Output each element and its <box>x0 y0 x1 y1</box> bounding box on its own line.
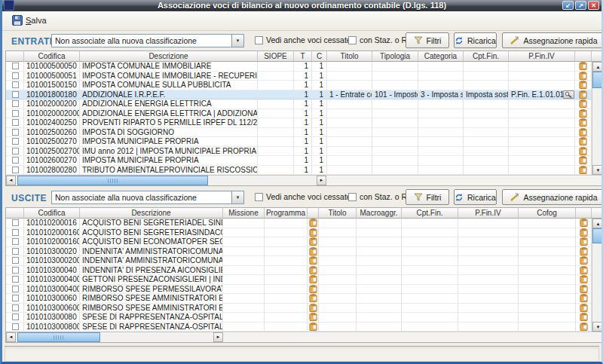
detail-folder-icon[interactable] <box>580 228 588 237</box>
uscite-horizontal-scrollbar[interactable]: ◄ ► <box>6 332 603 342</box>
column-header-pfiniv[interactable]: P.Fin.IV <box>458 208 519 219</box>
uscite-filtri-button[interactable]: Filtri <box>406 189 449 205</box>
column-header-pfiniv[interactable]: P.Fin.IV <box>509 51 575 62</box>
row-checkbox[interactable] <box>12 248 19 255</box>
detail-folder-icon[interactable] <box>580 294 588 302</box>
scroll-up-icon[interactable]: ▲ <box>592 219 603 228</box>
detail-folder-icon[interactable] <box>309 304 317 312</box>
table-row[interactable]: 101002800280TRIBUTO AMBIENTALEPROVINCIAL… <box>6 166 603 176</box>
row-checkbox[interactable] <box>12 267 19 274</box>
chevron-down-icon[interactable]: ▼ <box>231 35 243 47</box>
column-header-blank[interactable] <box>6 51 24 62</box>
detail-folder-icon[interactable] <box>579 62 587 70</box>
column-header-missione[interactable]: Missione <box>223 208 265 219</box>
row-checkbox[interactable] <box>12 238 19 245</box>
table-row[interactable]: 101002000200ADDIZIONALE ENERGIA ELETTRIC… <box>6 99 603 109</box>
detail-folder-icon[interactable] <box>579 137 587 145</box>
table-row[interactable]: 101002500270IMPOSTA MUNICIPALE PROPRIA11 <box>6 137 603 147</box>
table-row[interactable]: 10101030004002RIMBORSO SPESE PERMESSILAV… <box>6 285 603 295</box>
entrate-filtri-button[interactable]: Filtri <box>406 32 449 48</box>
uscite-assegnazione-rapida-button[interactable]: Assegnazione rapida <box>502 189 603 205</box>
detail-folder-icon[interactable] <box>309 237 317 246</box>
minimize-button[interactable]: ↙ <box>562 1 574 10</box>
row-checkbox[interactable] <box>12 295 19 301</box>
scroll-left-icon[interactable]: ◄ <box>6 332 16 342</box>
column-header-siope[interactable]: SIOPE <box>258 51 294 62</box>
detail-folder-icon[interactable] <box>309 275 317 283</box>
detail-folder-icon[interactable] <box>579 81 587 89</box>
detail-folder-icon[interactable] <box>580 247 588 255</box>
checkbox-icon[interactable] <box>348 36 357 44</box>
detail-folder-icon[interactable] <box>309 266 317 274</box>
table-row[interactable]: 101010300060RIMBORSO SPESE AMMINISTRATOR… <box>6 294 603 304</box>
scrollbar-thumb[interactable] <box>592 228 603 243</box>
column-header-descrizione[interactable]: Descrizione <box>80 208 223 219</box>
detail-folder-icon[interactable] <box>579 99 587 108</box>
detail-folder-icon[interactable] <box>580 323 588 331</box>
checkbox-icon[interactable] <box>255 193 263 201</box>
table-row[interactable]: 10100200020001ADDIZIONALE ENERGIA ELETTR… <box>6 109 603 119</box>
detail-folder-icon[interactable] <box>309 228 317 237</box>
column-header-titolo[interactable]: Titolo <box>319 208 357 219</box>
table-row[interactable]: 101010300020INDENNITA' AMMINISTRATORICOM… <box>6 247 603 257</box>
row-checkbox[interactable] <box>12 304 19 311</box>
scroll-right-icon[interactable]: ► <box>213 332 223 342</box>
table-row[interactable]: 101001500150IMPOSTA COMUNALE SULLA PUBBL… <box>6 81 603 90</box>
lookup-magnifier-button[interactable] <box>563 90 574 99</box>
scroll-left-icon[interactable]: ◄ <box>6 176 16 185</box>
uscite-ricarica-button[interactable]: Ricarica <box>454 189 497 205</box>
row-checkbox[interactable] <box>12 138 19 145</box>
detail-folder-icon[interactable] <box>579 166 587 174</box>
column-header-descrizione[interactable]: Descrizione <box>80 51 258 62</box>
row-checkbox[interactable] <box>12 63 19 69</box>
entrate-checkbox-voci-cessate[interactable]: Vedi anche voci cessate <box>255 35 351 44</box>
detail-folder-icon[interactable] <box>309 247 317 255</box>
checkbox-icon[interactable] <box>348 193 357 201</box>
entrate-ricarica-button[interactable]: Ricarica <box>454 32 497 48</box>
titlebar[interactable]: Associazione voci di bilancio al nuovo o… <box>2 0 601 11</box>
column-header-macroaggr[interactable]: Macroaggr. <box>357 208 402 219</box>
detail-folder-icon[interactable] <box>579 72 587 80</box>
column-header-cofog[interactable]: Cofog <box>519 208 576 219</box>
column-header-programma[interactable]: Programma <box>265 208 308 219</box>
row-checkbox[interactable] <box>12 157 19 164</box>
scroll-right-icon[interactable]: ► <box>317 176 326 185</box>
column-header-titolo[interactable]: Titolo <box>327 51 372 62</box>
row-checkbox[interactable] <box>12 323 19 330</box>
scrollbar-thumb[interactable] <box>17 332 100 342</box>
detail-folder-icon[interactable] <box>579 156 587 164</box>
detail-folder-icon[interactable] <box>309 313 317 321</box>
table-row[interactable]: 10101030002001INDENNITA' AMMINISTRATORIC… <box>6 256 603 266</box>
table-row[interactable]: 101001800180ADDIZIONALE I.R.P.E.F.111 - … <box>6 90 603 100</box>
table-row[interactable]: 10101020001601ACQUISTO BENI SEGRETERIASI… <box>6 228 603 238</box>
table-row[interactable]: 101002500260IMPOSTA DI SOGGIORNO11 <box>6 128 603 138</box>
uscite-filter-dropdown[interactable]: Non associate alla nuova classificazione… <box>51 191 244 204</box>
detail-folder-icon[interactable] <box>309 285 317 293</box>
chevron-down-icon[interactable]: ▼ <box>231 191 243 203</box>
table-row[interactable]: 101010300080SPESE DI RAPPRESENTANZA-OSPI… <box>6 313 603 323</box>
table-row[interactable]: 10101030008001SPESE DI RAPPRESENTANZA-OS… <box>6 323 603 332</box>
column-header-categoria[interactable]: Categoria <box>418 51 464 62</box>
column-header-tipologia[interactable]: Tipologia <box>372 51 418 62</box>
column-header-blank[interactable] <box>308 208 319 219</box>
column-header-t[interactable]: T <box>294 51 312 62</box>
detail-folder-icon[interactable] <box>309 323 317 331</box>
row-checkbox[interactable] <box>12 167 19 173</box>
detail-folder-icon[interactable] <box>580 304 588 312</box>
table-row[interactable]: 101002600270IMPOSTA MUNICIPALE PROPRIA11 <box>6 156 603 166</box>
row-checkbox[interactable] <box>12 72 19 79</box>
detail-folder-icon[interactable] <box>309 294 317 302</box>
checkbox-icon[interactable] <box>255 36 263 44</box>
column-header-blank[interactable] <box>575 51 592 62</box>
uscite-vertical-scrollbar[interactable]: ▲ ▼ <box>592 219 603 332</box>
table-row[interactable]: 101010200016ACQUISTO BENI SEGRETERIADEL … <box>6 219 603 228</box>
detail-folder-icon[interactable] <box>580 313 588 321</box>
entrate-horizontal-scrollbar[interactable]: ◄ ► <box>6 175 603 185</box>
table-row[interactable]: 101010300040INDENNITA' DI PRESENZA AICON… <box>6 266 603 276</box>
detail-folder-icon[interactable] <box>580 219 588 227</box>
row-checkbox[interactable] <box>12 119 19 126</box>
row-checkbox[interactable] <box>12 219 19 226</box>
detail-folder-icon[interactable] <box>579 109 587 118</box>
column-header-cptfin[interactable]: Cpt.Fin. <box>464 51 509 62</box>
detail-folder-icon[interactable] <box>580 285 588 293</box>
